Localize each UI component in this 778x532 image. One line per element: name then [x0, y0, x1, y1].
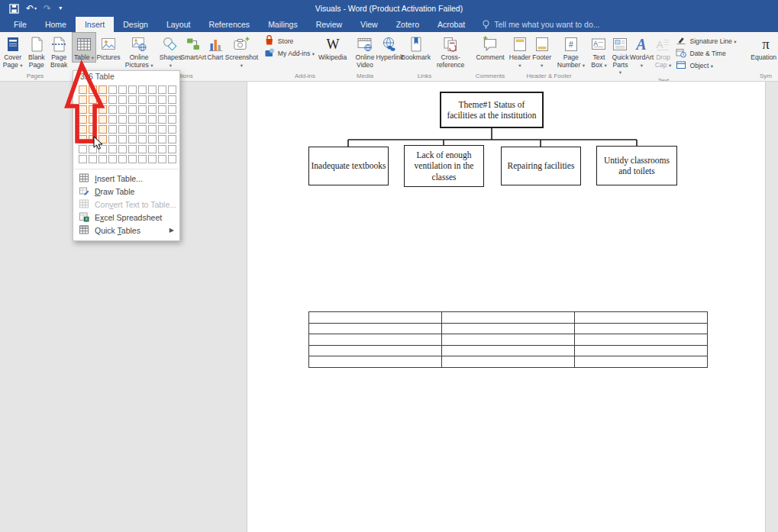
- table-cell[interactable]: [575, 312, 708, 324]
- table-grid-cell[interactable]: [79, 115, 87, 124]
- table-grid-cell[interactable]: [79, 155, 87, 163]
- table-grid-cell[interactable]: [108, 105, 117, 114]
- table-grid-cell[interactable]: [138, 105, 147, 114]
- redo-button[interactable]: ↷: [44, 4, 51, 13]
- smartart-button[interactable]: SmartArt: [182, 33, 205, 62]
- table-grid-cell[interactable]: [128, 95, 137, 104]
- table-grid-cell[interactable]: [168, 105, 176, 114]
- table-grid-cell[interactable]: [168, 125, 176, 134]
- save-icon[interactable]: [9, 4, 19, 14]
- org-chart-child-box[interactable]: Inadequate textbooks: [308, 147, 389, 185]
- table-grid-cell[interactable]: [148, 135, 157, 143]
- cross-reference-button[interactable]: Cross- reference: [429, 33, 472, 69]
- table-grid-cell[interactable]: [168, 115, 176, 124]
- table-grid-cell[interactable]: [118, 115, 127, 124]
- table-grid-cell[interactable]: [128, 125, 137, 134]
- table-grid-cell[interactable]: [89, 145, 97, 153]
- table-grid-cell[interactable]: [138, 115, 147, 124]
- org-chart-child-box[interactable]: Repairing facilities: [501, 147, 581, 185]
- table-grid-cell[interactable]: [168, 135, 176, 143]
- equation-button[interactable]: πEquation ▾: [749, 33, 778, 62]
- table-cell[interactable]: [442, 334, 575, 346]
- cover-page-button[interactable]: Cover Page ▾: [0, 33, 25, 69]
- table-cell[interactable]: [309, 323, 442, 334]
- shapes-button[interactable]: Shapes ▾: [159, 33, 182, 69]
- table-cell[interactable]: [442, 356, 575, 368]
- table-grid-cell[interactable]: [108, 115, 117, 124]
- empty-document-table[interactable]: [308, 311, 708, 368]
- table-cell[interactable]: [442, 345, 575, 356]
- table-grid-cell[interactable]: [98, 115, 107, 124]
- table-grid-cell[interactable]: [79, 85, 87, 94]
- table-grid-cell[interactable]: [168, 85, 176, 94]
- page-break-button[interactable]: Page Break: [47, 33, 70, 69]
- table-grid-cell[interactable]: [98, 105, 107, 114]
- table-grid-cell[interactable]: [148, 115, 157, 124]
- table-grid-cell[interactable]: [158, 155, 166, 163]
- table-grid-cell[interactable]: [138, 95, 147, 104]
- table-cell[interactable]: [442, 323, 575, 334]
- table-grid-cell[interactable]: [98, 135, 107, 143]
- table-cell[interactable]: [575, 356, 708, 368]
- table-grid-cell[interactable]: [158, 135, 166, 143]
- table-grid-cell[interactable]: [158, 125, 166, 134]
- online-video-button[interactable]: Online Video: [353, 33, 377, 69]
- table-grid-cell[interactable]: [118, 125, 127, 134]
- text-box-button[interactable]: AText Box ▾: [588, 33, 609, 69]
- menu-item-quick-tables[interactable]: Quick Tables▶: [73, 224, 179, 237]
- table-grid-cell[interactable]: [158, 95, 166, 104]
- table-grid-cell[interactable]: [98, 95, 107, 104]
- table-cell[interactable]: [309, 345, 442, 356]
- table-grid-cell[interactable]: [168, 155, 176, 163]
- signature-line-button[interactable]: Signature Line ▾: [673, 35, 738, 47]
- online-pictures-button[interactable]: Online Pictures ▾: [119, 33, 159, 69]
- table-grid-cell[interactable]: [98, 155, 107, 163]
- table-grid-cell[interactable]: [89, 135, 97, 143]
- menu-item-insert-table[interactable]: Insert Table...: [73, 172, 179, 185]
- table-grid-cell[interactable]: [148, 125, 157, 134]
- table-grid-cell[interactable]: [89, 125, 97, 134]
- table-grid-cell[interactable]: [79, 105, 87, 114]
- table-grid-cell[interactable]: [128, 105, 137, 114]
- table-grid-cell[interactable]: [108, 95, 117, 104]
- table-cell[interactable]: [309, 356, 442, 368]
- tab-insert[interactable]: Insert: [76, 17, 114, 32]
- document-page[interactable]: Theme#1 Status of facilities at the inst…: [247, 82, 766, 532]
- table-grid-cell[interactable]: [108, 125, 117, 134]
- table-grid-cell[interactable]: [148, 105, 157, 114]
- table-cell[interactable]: [309, 312, 442, 324]
- org-chart-root-box[interactable]: Theme#1 Status of facilities at the inst…: [440, 92, 544, 128]
- table-grid-cell[interactable]: [148, 145, 157, 153]
- table-grid-cell[interactable]: [148, 95, 157, 104]
- object-button[interactable]: Object ▾: [673, 60, 738, 71]
- table-grid-cell[interactable]: [158, 105, 166, 114]
- tab-acrobat[interactable]: Acrobat: [428, 17, 474, 32]
- menu-item-excel-spreadsheet[interactable]: XExcel Spreadsheet: [73, 211, 179, 224]
- table-grid-cell[interactable]: [118, 155, 127, 163]
- menu-item-draw-table[interactable]: Draw Table: [73, 185, 179, 198]
- table-cell[interactable]: [442, 312, 575, 324]
- blank-page-button[interactable]: Blank Page: [25, 33, 47, 69]
- wikipedia-button[interactable]: WWikipedia: [317, 33, 348, 62]
- table-grid-cell[interactable]: [138, 145, 147, 153]
- table-grid-cell[interactable]: [168, 95, 176, 104]
- table-grid-cell[interactable]: [138, 135, 147, 143]
- tab-view[interactable]: View: [351, 17, 387, 32]
- tab-zotero[interactable]: Zotero: [387, 17, 428, 32]
- table-grid-cell[interactable]: [89, 95, 97, 104]
- tab-file[interactable]: File: [5, 17, 36, 32]
- table-grid-cell[interactable]: [89, 105, 97, 114]
- table-grid-cell[interactable]: [138, 155, 147, 163]
- wordart-button[interactable]: AWordArt ▾: [631, 33, 652, 69]
- table-grid-cell[interactable]: [98, 85, 107, 94]
- org-chart-child-box[interactable]: Lack of enough ventilation in the classe…: [404, 145, 484, 187]
- table-grid-cell[interactable]: [118, 85, 127, 94]
- table-grid-cell[interactable]: [89, 155, 97, 163]
- page-number-button[interactable]: #Page Number ▾: [553, 33, 589, 69]
- table-grid-cell[interactable]: [138, 85, 147, 94]
- table-grid-cell[interactable]: [108, 85, 117, 94]
- table-grid-cell[interactable]: [98, 145, 107, 153]
- table-grid-cell[interactable]: [79, 135, 87, 143]
- table-grid-cell[interactable]: [168, 145, 176, 153]
- tab-references[interactable]: References: [199, 17, 259, 32]
